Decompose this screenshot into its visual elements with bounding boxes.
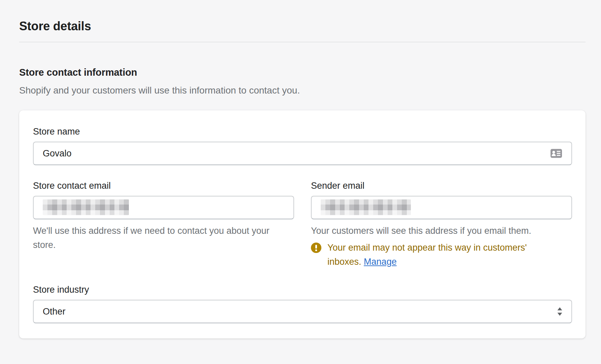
sender-email-input[interactable] bbox=[311, 196, 572, 219]
divider bbox=[19, 42, 586, 42]
store-contact-email-help: We'll use this address if we need to con… bbox=[33, 224, 294, 252]
email-fields-row: Store contact email We'll use this addre… bbox=[33, 180, 572, 269]
store-details-page: Store details Store contact information … bbox=[0, 0, 601, 364]
store-contact-email-field: Store contact email We'll use this addre… bbox=[33, 180, 294, 269]
store-contact-card: Store name Store contact email bbox=[19, 110, 586, 338]
contact-card-icon[interactable] bbox=[551, 149, 562, 158]
contact-section-description: Shopify and your customers will use this… bbox=[19, 85, 586, 96]
warning-message: Your email may not appear this way in cu… bbox=[327, 243, 527, 267]
address-section-heading: Store address bbox=[19, 363, 586, 364]
page-title: Store details bbox=[19, 19, 586, 33]
store-industry-select[interactable]: Other bbox=[33, 300, 572, 323]
store-industry-field: Store industry Other bbox=[33, 284, 572, 323]
sender-email-input-wrap bbox=[311, 196, 572, 219]
store-name-field: Store name bbox=[33, 126, 572, 165]
sender-email-label: Sender email bbox=[311, 180, 572, 191]
warning-text: Your email may not appear this way in cu… bbox=[327, 241, 563, 269]
sender-email-warning: Your email may not appear this way in cu… bbox=[311, 241, 572, 269]
store-contact-email-input-wrap bbox=[33, 196, 294, 219]
store-contact-email-input[interactable] bbox=[33, 196, 294, 219]
store-name-label: Store name bbox=[33, 126, 572, 137]
store-contact-email-label: Store contact email bbox=[33, 180, 294, 191]
store-industry-value: Other bbox=[43, 306, 66, 317]
contact-section-heading: Store contact information bbox=[19, 67, 586, 78]
alert-circle-icon bbox=[311, 243, 321, 253]
sender-email-help: Your customers will see this address if … bbox=[311, 224, 572, 238]
updown-caret-icon bbox=[557, 307, 563, 317]
store-industry-label: Store industry bbox=[33, 284, 572, 295]
store-name-input-wrap bbox=[33, 142, 572, 165]
sender-email-field: Sender email Your customers will see thi… bbox=[311, 180, 572, 269]
store-name-input[interactable] bbox=[33, 142, 572, 165]
manage-link[interactable]: Manage bbox=[364, 257, 397, 267]
